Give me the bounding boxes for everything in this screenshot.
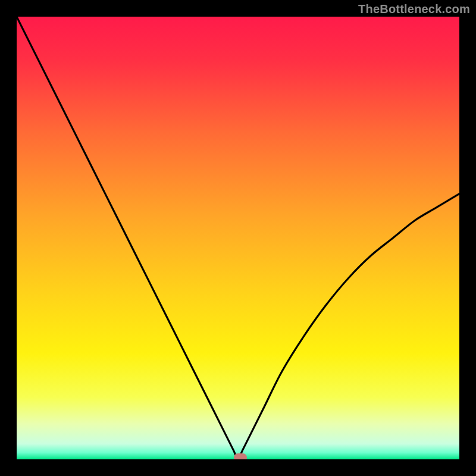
plot-area	[17, 17, 459, 459]
watermark-text: TheBottleneck.com	[358, 2, 470, 16]
chart-frame: TheBottleneck.com	[0, 0, 476, 476]
optimum-marker	[234, 453, 247, 459]
bottleneck-curve	[17, 17, 459, 459]
